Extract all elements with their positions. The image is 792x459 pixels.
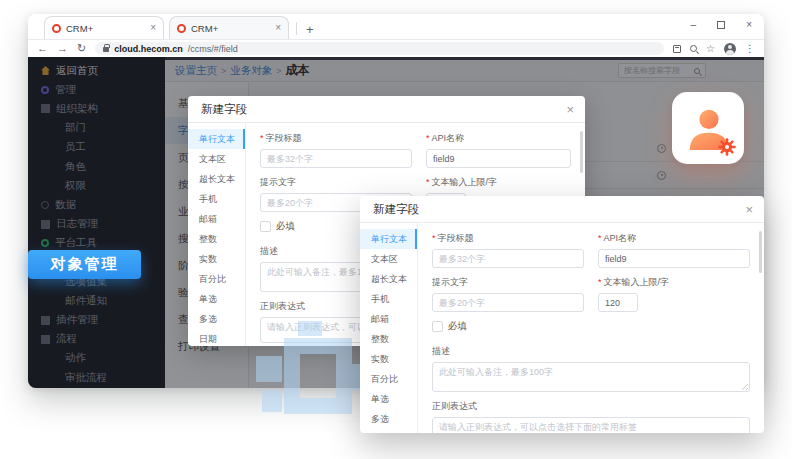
tab-title: CRM+ [66, 23, 93, 34]
back-icon[interactable]: ← [37, 43, 48, 54]
description-label: 描述 [432, 345, 750, 358]
close-icon[interactable]: × [566, 103, 574, 116]
profile-avatar[interactable] [724, 43, 736, 55]
required-checkbox[interactable] [260, 221, 271, 232]
modal-header: 新建字段 × [188, 96, 585, 123]
field-type-single-line[interactable]: 单行文本 [360, 229, 417, 249]
field-type-real[interactable]: 实数 [360, 349, 417, 369]
field-type-percent[interactable]: 百分比 [188, 269, 245, 289]
field-type-email[interactable]: 邮箱 [360, 309, 417, 329]
regex-textarea[interactable] [432, 417, 750, 433]
lock-icon [103, 47, 109, 52]
api-name-input[interactable] [598, 249, 750, 268]
window-close-button[interactable]: × [746, 19, 752, 30]
close-icon[interactable]: × [745, 203, 753, 216]
maximize-button[interactable] [717, 21, 725, 29]
field-type-multi-select[interactable]: 多选 [188, 309, 245, 329]
translate-icon[interactable] [673, 45, 681, 53]
field-title-label: *字段标题 [432, 232, 584, 245]
field-form: *字段标题 *API名称 提示文字 *文本输入上限/字 [418, 223, 764, 433]
field-type-single-select[interactable]: 单选 [360, 389, 417, 409]
text-limit-label: *文本输入上限/字 [426, 176, 571, 189]
gear-icon [717, 137, 737, 157]
modal-scrollbar[interactable] [580, 131, 583, 173]
tab-close-icon[interactable]: × [150, 23, 156, 33]
regex-label: 正则表达式 [432, 400, 750, 413]
hint-text-label: 提示文字 [432, 276, 584, 289]
screenshot-stage: CRM+ × CRM+ × + – × ← → ↻ cloud.hecom.cn [0, 0, 792, 459]
required-checkbox-label: 必填 [276, 220, 295, 233]
tab-close-icon[interactable]: × [275, 23, 281, 33]
tab-divider [296, 22, 297, 35]
field-type-integer[interactable]: 整数 [188, 229, 245, 249]
field-type-textarea[interactable]: 文本区 [188, 149, 245, 169]
decor-logo-block [298, 321, 322, 336]
decor-logo-block [284, 338, 352, 414]
url-path: /ccms/#/field [188, 44, 238, 54]
toolbar-icons: ☆ ⋮ [673, 43, 755, 55]
minimize-button[interactable]: – [691, 19, 697, 30]
field-type-longtext[interactable]: 超长文本 [188, 169, 245, 189]
decor-logo-block [262, 390, 282, 412]
required-checkbox-row: 必填 [432, 320, 750, 333]
address-bar[interactable]: cloud.hecom.cn /ccms/#/field [95, 42, 664, 55]
front-modal-new-field: 新建字段 × 单行文本 文本区 超长文本 手机 邮箱 整数 实数 百分比 单选 … [360, 196, 764, 433]
api-name-label: *API名称 [598, 232, 750, 245]
browser-tab-2[interactable]: CRM+ × [169, 16, 289, 39]
field-title-label: *字段标题 [260, 132, 412, 145]
modal-body: 单行文本 文本区 超长文本 手机 邮箱 整数 实数 百分比 单选 多选 日期 *… [360, 223, 764, 433]
tab-title: CRM+ [191, 23, 218, 34]
zoom-icon[interactable] [690, 45, 697, 52]
field-type-textarea[interactable]: 文本区 [360, 249, 417, 269]
forward-icon[interactable]: → [57, 43, 68, 54]
api-name-input[interactable] [426, 149, 571, 168]
object-management-badge: 对象管理 [28, 250, 141, 279]
window-controls: – × [691, 19, 752, 30]
user-settings-card [672, 92, 744, 164]
field-type-date[interactable]: 日期 [188, 329, 245, 346]
text-limit-label: *文本输入上限/字 [598, 276, 750, 289]
decor-logo-block [256, 356, 282, 382]
modal-scrollbar[interactable] [759, 231, 762, 273]
new-tab-button[interactable]: + [306, 23, 314, 36]
hint-text-label: 提示文字 [260, 176, 412, 189]
field-type-mobile[interactable]: 手机 [188, 189, 245, 209]
hint-text-input[interactable] [432, 293, 584, 312]
reload-icon[interactable]: ↻ [77, 43, 86, 54]
modal-title: 新建字段 [201, 102, 247, 117]
modal-header: 新建字段 × [360, 196, 764, 223]
bookmark-star-icon[interactable]: ☆ [706, 44, 715, 54]
field-type-list: 单行文本 文本区 超长文本 手机 邮箱 整数 实数 百分比 单选 多选 日期 [188, 123, 246, 346]
required-checkbox[interactable] [432, 321, 443, 332]
modal-title: 新建字段 [373, 202, 419, 217]
browser-toolbar: ← → ↻ cloud.hecom.cn /ccms/#/field ☆ ⋮ [28, 40, 764, 57]
browser-tab-1[interactable]: CRM+ × [44, 16, 164, 39]
field-type-single-line[interactable]: 单行文本 [188, 129, 245, 149]
field-type-list: 单行文本 文本区 超长文本 手机 邮箱 整数 实数 百分比 单选 多选 日期 [360, 223, 418, 433]
field-type-integer[interactable]: 整数 [360, 329, 417, 349]
field-type-real[interactable]: 实数 [188, 249, 245, 269]
required-checkbox-label: 必填 [448, 320, 467, 333]
field-type-single-select[interactable]: 单选 [188, 289, 245, 309]
field-title-input[interactable] [432, 249, 584, 268]
browser-tab-strip: CRM+ × CRM+ × + – × [28, 14, 764, 40]
description-textarea[interactable] [432, 362, 750, 392]
field-type-email[interactable]: 邮箱 [188, 209, 245, 229]
field-title-input[interactable] [260, 149, 412, 168]
crm-favicon [177, 24, 186, 33]
api-name-label: *API名称 [426, 132, 571, 145]
field-type-mobile[interactable]: 手机 [360, 289, 417, 309]
field-type-multi-select[interactable]: 多选 [360, 409, 417, 429]
text-limit-input[interactable] [598, 293, 638, 312]
url-domain: cloud.hecom.cn [114, 44, 183, 54]
field-type-date[interactable]: 日期 [360, 429, 417, 433]
field-type-percent[interactable]: 百分比 [360, 369, 417, 389]
crm-favicon [52, 24, 61, 33]
menu-kebab-icon[interactable]: ⋮ [745, 44, 755, 54]
field-type-longtext[interactable]: 超长文本 [360, 269, 417, 289]
